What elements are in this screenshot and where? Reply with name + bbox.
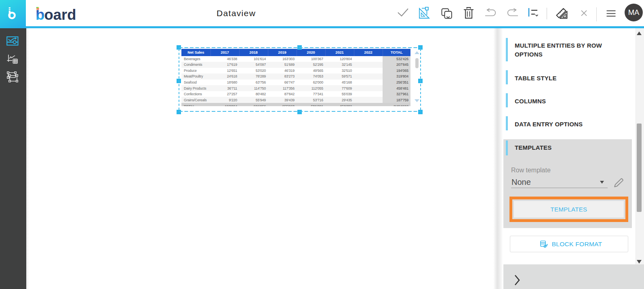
svg-text:oard: oard xyxy=(44,6,76,22)
